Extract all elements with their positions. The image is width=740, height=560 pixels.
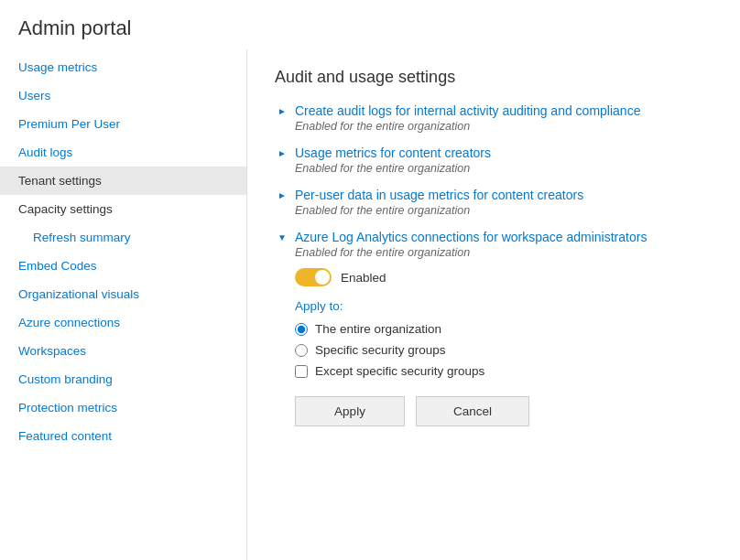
radio-entire-org[interactable] (295, 323, 308, 336)
radio-specific-groups-row: Specific security groups (295, 343, 713, 357)
setting-title-azure-log-analytics: Azure Log Analytics connections for work… (295, 230, 647, 244)
setting-azure-log-analytics: ▼ Azure Log Analytics connections for wo… (275, 230, 713, 426)
content-area: Audit and usage settings ► Create audit … (247, 49, 740, 560)
enabled-toggle[interactable] (295, 268, 332, 286)
button-row: Apply Cancel (295, 396, 713, 426)
setting-header-usage-metrics-creators[interactable]: ► Usage metrics for content creators (275, 145, 713, 160)
setting-title-create-audit-logs: Create audit logs for internal activity … (295, 103, 640, 118)
setting-header-azure-log-analytics[interactable]: ▼ Azure Log Analytics connections for wo… (275, 230, 713, 244)
sidebar-item-workspaces[interactable]: Workspaces (0, 337, 246, 365)
radio-entire-org-label[interactable]: The entire organization (315, 322, 441, 336)
apply-to-label: Apply to: (295, 299, 713, 313)
sidebar-item-tenant-settings[interactable]: Tenant settings (0, 167, 246, 195)
setting-subtitle-azure-log-analytics: Enabled for the entire organization (295, 246, 713, 259)
chevron-right-icon-2: ► (275, 145, 289, 160)
sidebar-item-azure-connections[interactable]: Azure connections (0, 308, 246, 337)
checkbox-except-label[interactable]: Except specific security groups (315, 364, 484, 378)
setting-subtitle-usage-metrics-creators: Enabled for the entire organization (295, 162, 713, 175)
sidebar-item-protection-metrics[interactable]: Protection metrics (0, 393, 246, 422)
sidebar-item-usage-metrics[interactable]: Usage metrics (0, 53, 246, 81)
setting-create-audit-logs: ► Create audit logs for internal activit… (275, 103, 713, 133)
setting-per-user-data: ► Per-user data in usage metrics for con… (275, 188, 713, 217)
setting-header-per-user-data[interactable]: ► Per-user data in usage metrics for con… (275, 188, 713, 202)
checkbox-except-row: Except specific security groups (295, 364, 713, 378)
sidebar-item-audit-logs[interactable]: Audit logs (0, 138, 246, 167)
sidebar-item-custom-branding[interactable]: Custom branding (0, 365, 246, 393)
chevron-down-icon-4: ▼ (275, 230, 289, 244)
setting-usage-metrics-creators: ► Usage metrics for content creators Ena… (275, 145, 713, 175)
toggle-row: Enabled (295, 268, 713, 286)
sidebar-item-users[interactable]: Users (0, 81, 246, 110)
sidebar: Usage metrics Users Premium Per User Aud… (0, 49, 247, 560)
page-title: Admin portal (0, 0, 740, 49)
setting-title-usage-metrics-creators: Usage metrics for content creators (295, 145, 491, 160)
sidebar-item-featured-content[interactable]: Featured content (0, 422, 246, 450)
radio-specific-groups[interactable] (295, 344, 308, 357)
sidebar-item-premium-per-user[interactable]: Premium Per User (0, 110, 246, 138)
apply-button[interactable]: Apply (295, 396, 405, 426)
sidebar-item-embed-codes[interactable]: Embed Codes (0, 252, 246, 280)
setting-expanded-azure: Enabled Apply to: The entire organizatio… (295, 268, 713, 426)
sidebar-item-organizational-visuals[interactable]: Organizational visuals (0, 280, 246, 308)
setting-subtitle-create-audit-logs: Enabled for the entire organization (295, 120, 713, 133)
radio-specific-groups-label[interactable]: Specific security groups (315, 343, 446, 357)
setting-title-per-user-data: Per-user data in usage metrics for conte… (295, 188, 583, 202)
setting-subtitle-per-user-data: Enabled for the entire organization (295, 204, 713, 217)
cancel-button[interactable]: Cancel (416, 396, 529, 426)
section-title: Audit and usage settings (275, 68, 713, 87)
toggle-label: Enabled (341, 271, 386, 285)
checkbox-except-groups[interactable] (295, 365, 308, 378)
chevron-right-icon-1: ► (275, 103, 289, 118)
sidebar-item-capacity-settings[interactable]: Capacity settings (0, 195, 246, 223)
radio-entire-org-row: The entire organization (295, 322, 713, 336)
sidebar-item-refresh-summary[interactable]: Refresh summary (0, 223, 246, 252)
setting-header-create-audit-logs[interactable]: ► Create audit logs for internal activit… (275, 103, 713, 118)
chevron-right-icon-3: ► (275, 188, 289, 202)
